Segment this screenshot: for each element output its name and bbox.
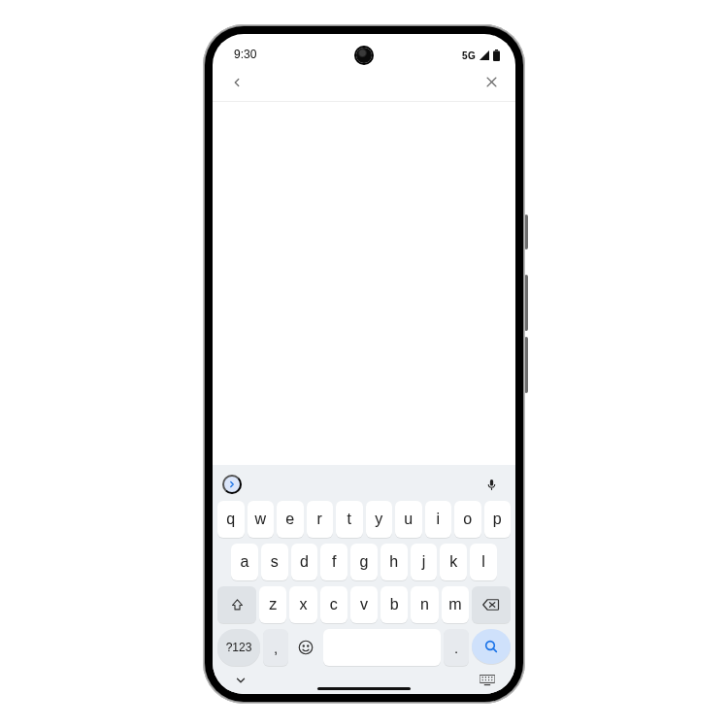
key-g[interactable]: g <box>350 544 378 580</box>
svg-rect-4 <box>489 480 492 486</box>
keyboard-suggestion-bar <box>213 471 515 498</box>
key-search[interactable] <box>472 629 511 664</box>
content-area[interactable] <box>213 102 515 465</box>
key-q[interactable]: q <box>217 501 245 538</box>
keyboard: q w e r t y u i o p a s d f g h <box>213 465 515 694</box>
chevron-left-icon <box>230 76 244 89</box>
key-space[interactable] <box>323 629 441 666</box>
search-icon <box>483 639 499 654</box>
backspace-icon <box>482 598 500 612</box>
svg-rect-22 <box>484 684 490 685</box>
keyboard-expand-button[interactable] <box>222 475 242 494</box>
svg-rect-1 <box>493 50 500 61</box>
svg-point-14 <box>481 677 482 678</box>
system-nav-bar <box>213 669 515 694</box>
key-j[interactable]: j <box>411 544 438 580</box>
battery-icon <box>493 50 500 61</box>
key-o[interactable]: o <box>454 501 481 538</box>
volume-down-button[interactable] <box>525 337 528 393</box>
key-shift[interactable] <box>217 586 256 623</box>
svg-point-21 <box>491 679 492 680</box>
key-t[interactable]: t <box>336 501 363 538</box>
svg-point-19 <box>485 679 486 680</box>
power-button[interactable] <box>525 215 528 249</box>
shift-icon <box>230 598 245 612</box>
keyboard-collapse-button[interactable] <box>226 666 255 694</box>
key-u[interactable]: u <box>395 501 422 538</box>
key-p[interactable]: p <box>484 501 512 538</box>
key-symbols[interactable]: ?123 <box>217 629 260 666</box>
status-time: 9:30 <box>234 48 256 61</box>
svg-point-15 <box>485 677 486 678</box>
chevron-down-icon <box>234 674 248 687</box>
keyboard-row-1: q w e r t y u i o p <box>213 498 515 541</box>
key-f[interactable]: f <box>320 544 347 580</box>
keyboard-row-4: ?123 , . <box>213 626 515 669</box>
mic-icon <box>485 479 498 491</box>
app-bar <box>213 63 515 102</box>
key-n[interactable]: n <box>411 586 438 623</box>
gesture-bar[interactable] <box>317 687 411 690</box>
svg-point-9 <box>303 645 304 646</box>
back-button[interactable] <box>222 68 251 97</box>
key-a[interactable]: a <box>231 544 258 580</box>
key-l[interactable]: l <box>470 544 497 580</box>
close-button[interactable] <box>477 68 506 97</box>
svg-point-20 <box>488 679 489 680</box>
svg-point-10 <box>308 645 309 646</box>
key-b[interactable]: b <box>381 586 408 623</box>
svg-point-18 <box>481 679 482 680</box>
key-d[interactable]: d <box>291 544 318 580</box>
keyboard-mic-button[interactable] <box>477 470 506 499</box>
key-i[interactable]: i <box>425 501 452 538</box>
key-y[interactable]: y <box>366 501 393 538</box>
volume-up-button[interactable] <box>525 275 528 331</box>
key-v[interactable]: v <box>350 586 378 623</box>
status-network-label: 5G <box>462 50 476 61</box>
key-comma[interactable]: , <box>263 629 288 666</box>
close-icon <box>484 75 499 89</box>
svg-rect-13 <box>480 675 495 682</box>
key-emoji[interactable] <box>291 629 320 666</box>
keyboard-row-3: z x c v b n m <box>213 583 515 626</box>
svg-point-17 <box>491 677 492 678</box>
key-e[interactable]: e <box>277 501 304 538</box>
svg-point-16 <box>488 677 489 678</box>
keyboard-icon <box>480 675 495 686</box>
key-k[interactable]: k <box>440 544 467 580</box>
emoji-icon <box>297 639 314 656</box>
cell-signal-icon <box>479 50 490 61</box>
chevron-right-icon <box>227 480 237 489</box>
key-r[interactable]: r <box>307 501 334 538</box>
key-s[interactable]: s <box>261 544 288 580</box>
key-c[interactable]: c <box>320 586 347 623</box>
key-m[interactable]: m <box>442 586 469 623</box>
key-period[interactable]: . <box>444 629 469 666</box>
key-x[interactable]: x <box>289 586 316 623</box>
keyboard-row-2: a s d f g h j k l <box>213 541 515 583</box>
front-camera <box>356 48 372 63</box>
key-h[interactable]: h <box>381 544 408 580</box>
key-w[interactable]: w <box>248 501 275 538</box>
key-z[interactable]: z <box>259 586 286 623</box>
key-backspace[interactable] <box>472 586 511 623</box>
svg-line-12 <box>493 648 496 651</box>
svg-rect-0 <box>495 50 498 50</box>
phone-frame: 9:30 5G <box>203 24 525 704</box>
canvas: 9:30 5G <box>0 0 728 728</box>
screen: 9:30 5G <box>213 34 515 694</box>
keyboard-switcher-button[interactable] <box>473 666 502 694</box>
svg-point-8 <box>299 641 313 654</box>
svg-rect-5 <box>490 487 491 489</box>
